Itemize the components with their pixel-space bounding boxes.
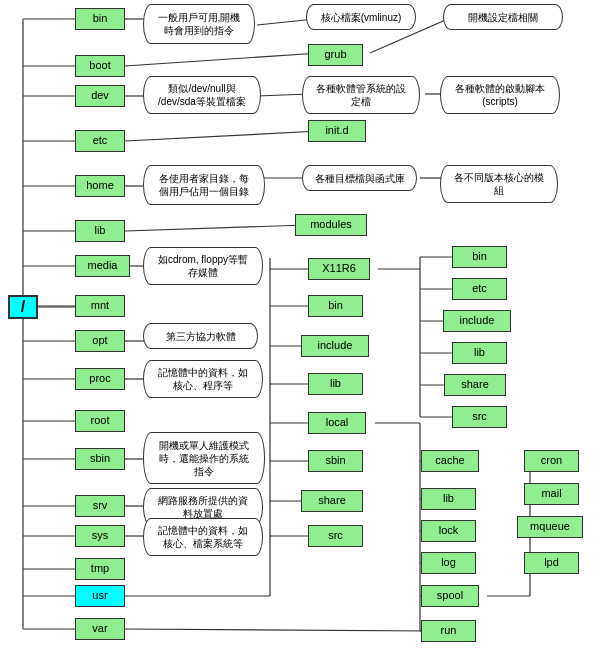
node-bin2: bin	[308, 295, 363, 317]
node-include: include	[301, 335, 369, 357]
node-home: home	[75, 175, 125, 197]
node-lib3: lib	[452, 342, 507, 364]
sbin2-label: sbin	[325, 454, 345, 467]
node-cache: cache	[421, 450, 479, 472]
node-mnt: mnt	[75, 295, 125, 317]
etc2-label: etc	[472, 282, 487, 295]
sys-desc-text: 記憶體中的資料，如核心、檔案系統等	[158, 524, 248, 550]
opt-label: opt	[92, 334, 107, 347]
label-dev-scripts: 各種軟體的啟動腳本(scripts)	[440, 76, 560, 114]
src-label: src	[328, 529, 343, 542]
modules-label: modules	[310, 218, 352, 231]
svg-line-58	[125, 629, 432, 631]
node-proc: proc	[75, 368, 125, 390]
include-label: include	[318, 339, 353, 352]
label-dev-config: 各種軟體管系統的設定檔	[302, 76, 420, 114]
label-media-desc: 如cdrom, floppy等暫存媒體	[143, 247, 263, 285]
usr-label: usr	[92, 589, 107, 602]
opt-desc-text: 第三方協力軟體	[166, 330, 236, 343]
node-log: log	[421, 552, 476, 574]
lib-label: lib	[94, 224, 105, 237]
mqueue-label: mqueue	[530, 520, 570, 533]
node-include2: include	[443, 310, 511, 332]
node-spool: spool	[421, 585, 479, 607]
node-media: media	[75, 255, 130, 277]
node-share2: share	[444, 374, 506, 396]
spool-label: spool	[437, 589, 463, 602]
root-dir-label: root	[91, 414, 110, 427]
share2-label: share	[461, 378, 489, 391]
svg-line-25	[125, 225, 307, 231]
svg-line-23	[125, 131, 320, 141]
x11r6-label: X11R6	[322, 262, 356, 275]
node-modules: modules	[295, 214, 367, 236]
root-node: /	[8, 295, 38, 319]
lib2-label: lib	[330, 377, 341, 390]
grub-label: grub	[324, 48, 346, 61]
include2-label: include	[460, 314, 495, 327]
node-srv: srv	[75, 495, 125, 517]
label-proc-desc: 記憶體中的資料，如核心、程序等	[143, 360, 263, 398]
node-grub: grub	[308, 44, 363, 66]
home-lib-text: 各種目標檔與函式庫	[315, 172, 405, 185]
boot-grub-text: 開機設定檔相關	[468, 11, 538, 24]
sbin-label: sbin	[90, 452, 110, 465]
label-boot-vmlinuz: 核心檔案(vmlinuz)	[306, 4, 416, 30]
lock-label: lock	[439, 524, 459, 537]
node-cron: cron	[524, 450, 579, 472]
label-home-lib: 各種目標檔與函式庫	[302, 165, 417, 191]
share-label: share	[318, 494, 346, 507]
home-desc-text: 各使用者家目錄，每個用戶佔用一個目錄	[159, 172, 249, 198]
node-lock: lock	[421, 520, 476, 542]
boot-vmlinuz-text: 核心檔案(vmlinuz)	[321, 11, 402, 24]
run-label: run	[441, 624, 457, 637]
node-lpd: lpd	[524, 552, 579, 574]
dev-config-text: 各種軟體管系統的設定檔	[316, 82, 406, 108]
bin-label: bin	[93, 12, 108, 25]
node-run: run	[421, 620, 476, 642]
proc-desc-text: 記憶體中的資料，如核心、程序等	[158, 366, 248, 392]
node-root: root	[75, 410, 125, 432]
root-label: /	[21, 298, 25, 316]
filesystem-diagram: / bin boot dev etc home lib media mnt op…	[0, 0, 603, 649]
label-home-desc: 各使用者家目錄，每個用戶佔用一個目錄	[143, 165, 265, 205]
tmp-label: tmp	[91, 562, 109, 575]
dev-desc-text: 類似/dev/null與/dev/sda等裝置檔案	[158, 82, 246, 108]
node-etc2: etc	[452, 278, 507, 300]
lpd-label: lpd	[544, 556, 559, 569]
node-etc: etc	[75, 130, 125, 152]
node-lib: lib	[75, 220, 125, 242]
bin2-label: bin	[328, 299, 343, 312]
src2-label: src	[472, 410, 487, 423]
bin3-label: bin	[472, 250, 487, 263]
node-opt: opt	[75, 330, 125, 352]
dev-scripts-text: 各種軟體的啟動腳本(scripts)	[455, 82, 545, 108]
node-mqueue: mqueue	[517, 516, 583, 538]
node-sys: sys	[75, 525, 125, 547]
node-share: share	[301, 490, 363, 512]
etc-label: etc	[93, 134, 108, 147]
label-boot-grub-related: 開機設定檔相關	[443, 4, 563, 30]
local-label: local	[326, 416, 349, 429]
lib3-label: lib	[474, 346, 485, 359]
cache-label: cache	[435, 454, 464, 467]
dev-label: dev	[91, 89, 109, 102]
node-sbin2: sbin	[308, 450, 363, 472]
label-bin-desc: 一般用戶可用,開機時會用到的指令	[143, 4, 255, 44]
node-sbin: sbin	[75, 448, 125, 470]
boot-label: boot	[89, 59, 110, 72]
mail-label: mail	[541, 487, 561, 500]
srv-desc-text: 網路服務所提供的資料放置處	[158, 494, 248, 520]
svg-line-21	[125, 53, 320, 66]
node-lib4: lib	[421, 488, 476, 510]
node-src: src	[308, 525, 363, 547]
lib4-label: lib	[443, 492, 454, 505]
srv-label: srv	[93, 499, 108, 512]
node-dev: dev	[75, 85, 125, 107]
mnt-label: mnt	[91, 299, 109, 312]
log-label: log	[441, 556, 456, 569]
node-tmp: tmp	[75, 558, 125, 580]
label-opt-desc: 第三方協力軟體	[143, 323, 258, 349]
node-bin: bin	[75, 8, 125, 30]
initd-label: init.d	[325, 124, 348, 137]
